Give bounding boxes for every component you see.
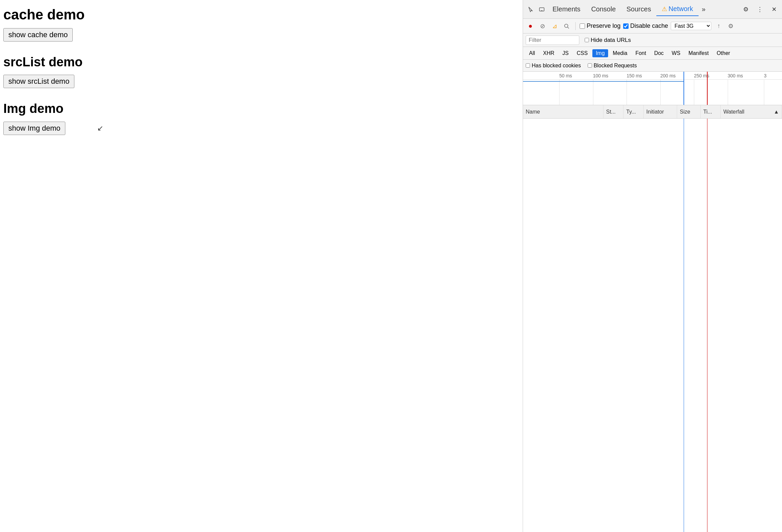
filter-media[interactable]: Media bbox=[609, 49, 631, 57]
table-red-line bbox=[707, 118, 708, 532]
device-tool-button[interactable] bbox=[536, 4, 547, 15]
img-demo-section: Img demo show Img demo ↙ bbox=[3, 102, 519, 135]
tick-100ms: 100 ms bbox=[593, 73, 608, 78]
tick-200ms: 200 ms bbox=[661, 73, 676, 78]
network-warning-icon: ⚠ bbox=[662, 5, 667, 13]
filter-doc[interactable]: Doc bbox=[651, 49, 667, 57]
blocked-requests-label[interactable]: Blocked Requests bbox=[588, 63, 637, 69]
th-size[interactable]: Size bbox=[677, 105, 701, 118]
tab-console[interactable]: Console bbox=[586, 3, 621, 16]
throttle-select[interactable]: Fast 3G No throttling Slow 3G Offline bbox=[671, 22, 711, 30]
devtools-menu-button[interactable]: ⋮ bbox=[754, 4, 765, 15]
filter-css[interactable]: CSS bbox=[573, 49, 591, 57]
tick-3: 3 bbox=[764, 73, 767, 78]
tick-150ms: 150 ms bbox=[627, 73, 642, 78]
stop-button[interactable]: ⊘ bbox=[538, 22, 547, 31]
filter-row: Hide data URLs bbox=[523, 34, 782, 47]
devtools-tab-bar: Elements Console Sources ⚠ Network » ⚙ ⋮… bbox=[523, 0, 782, 19]
blocked-requests-checkbox[interactable] bbox=[588, 63, 592, 68]
th-waterfall[interactable]: Waterfall ▲ bbox=[721, 105, 782, 118]
record-button[interactable]: ● bbox=[526, 22, 535, 31]
grid-line-5 bbox=[694, 80, 694, 105]
main-content: cache demo show cache demo srcList demo … bbox=[0, 0, 523, 532]
devtools-settings-button[interactable]: ⚙ bbox=[741, 4, 751, 15]
tab-more[interactable]: » bbox=[699, 3, 709, 16]
grid-line-7 bbox=[764, 80, 764, 105]
grid-line-1 bbox=[559, 80, 560, 105]
hide-data-urls-label[interactable]: Hide data URLs bbox=[585, 37, 631, 43]
search-button[interactable] bbox=[562, 22, 571, 31]
preserve-log-checkbox[interactable] bbox=[580, 24, 585, 29]
svg-rect-1 bbox=[541, 10, 542, 11]
show-srclist-demo-button[interactable]: show srcList demo bbox=[3, 75, 74, 88]
filter-js[interactable]: JS bbox=[559, 49, 572, 57]
filter-xhr[interactable]: XHR bbox=[540, 49, 558, 57]
disable-cache-label[interactable]: Disable cache bbox=[623, 23, 668, 30]
table-body bbox=[523, 118, 782, 532]
devtools-close-button[interactable]: ✕ bbox=[769, 4, 779, 15]
timeline-ruler: 50 ms 100 ms 150 ms 200 ms 250 ms 300 ms… bbox=[523, 72, 782, 80]
tab-network[interactable]: ⚠ Network bbox=[656, 2, 698, 16]
tick-300ms: 300 ms bbox=[728, 73, 743, 78]
filter-all[interactable]: All bbox=[526, 49, 538, 57]
filter-img[interactable]: Img bbox=[592, 49, 608, 57]
timeline-red-line bbox=[707, 72, 708, 105]
cache-demo-section: cache demo show cache demo bbox=[3, 7, 519, 41]
network-toolbar: ● ⊘ ⊿ Preserve log Disable cache Fast 3G… bbox=[523, 19, 782, 34]
filter-button[interactable]: ⊿ bbox=[550, 22, 559, 31]
timeline-area: 50 ms 100 ms 150 ms 200 ms 250 ms 300 ms… bbox=[523, 72, 782, 105]
table-blue-line bbox=[683, 118, 684, 532]
cursor-indicator: ↙ bbox=[97, 124, 103, 133]
preserve-log-label[interactable]: Preserve log bbox=[580, 23, 620, 30]
import-button[interactable]: ↑ bbox=[714, 22, 723, 31]
th-status[interactable]: St... bbox=[603, 105, 624, 118]
tick-50ms: 50 ms bbox=[559, 73, 572, 78]
sort-icon: ▲ bbox=[774, 109, 779, 115]
timeline-blue-line bbox=[683, 72, 684, 105]
filter-ws[interactable]: WS bbox=[668, 49, 684, 57]
filter-other[interactable]: Other bbox=[713, 49, 734, 57]
th-time[interactable]: Ti... bbox=[701, 105, 721, 118]
srclist-demo-title: srcList demo bbox=[3, 55, 519, 69]
grid-line-3 bbox=[627, 80, 627, 105]
devtools-panel: Elements Console Sources ⚠ Network » ⚙ ⋮… bbox=[523, 0, 782, 532]
cache-demo-title: cache demo bbox=[3, 7, 519, 23]
timeline-blue-bar bbox=[523, 81, 683, 82]
srclist-demo-section: srcList demo show srcList demo bbox=[3, 55, 519, 88]
cursor-tool-button[interactable] bbox=[526, 4, 536, 15]
svg-line-3 bbox=[568, 27, 569, 29]
show-img-demo-button[interactable]: show Img demo bbox=[3, 121, 65, 135]
table-header: Name St... Ty... Initiator Size Ti... Wa… bbox=[523, 105, 782, 118]
th-type[interactable]: Ty... bbox=[624, 105, 644, 118]
img-demo-title: Img demo bbox=[3, 102, 519, 116]
filter-manifest[interactable]: Manifest bbox=[685, 49, 712, 57]
export-button[interactable]: ⚙ bbox=[726, 22, 736, 31]
toolbar-sep-1 bbox=[575, 22, 576, 30]
filter-font[interactable]: Font bbox=[632, 49, 649, 57]
blocked-row: Has blocked cookies Blocked Requests bbox=[523, 60, 782, 72]
th-name[interactable]: Name bbox=[523, 105, 603, 118]
grid-line-2 bbox=[593, 80, 593, 105]
grid-line-4 bbox=[661, 80, 661, 105]
tab-elements[interactable]: Elements bbox=[547, 3, 586, 16]
devtools-header-icons: ⚙ ⋮ ✕ bbox=[741, 4, 779, 15]
disable-cache-checkbox[interactable] bbox=[623, 24, 629, 29]
has-blocked-cookies-checkbox[interactable] bbox=[526, 63, 530, 68]
grid-line-6 bbox=[728, 80, 728, 105]
type-filter-row: All XHR JS CSS Img Media Font Doc WS Man… bbox=[523, 47, 782, 60]
svg-point-2 bbox=[565, 24, 568, 28]
filter-input[interactable] bbox=[526, 36, 579, 45]
th-initiator[interactable]: Initiator bbox=[644, 105, 677, 118]
tab-sources[interactable]: Sources bbox=[621, 3, 656, 16]
hide-data-urls-checkbox[interactable] bbox=[585, 38, 589, 42]
has-blocked-cookies-label[interactable]: Has blocked cookies bbox=[526, 63, 581, 69]
show-cache-demo-button[interactable]: show cache demo bbox=[3, 28, 73, 41]
